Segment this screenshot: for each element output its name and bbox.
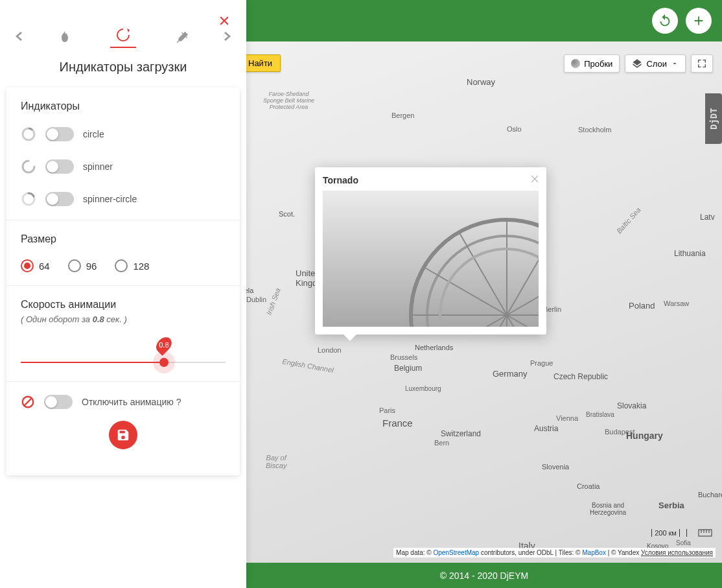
traffic-button[interactable]: Пробки	[564, 54, 620, 73]
city-prague: Prague	[530, 359, 553, 367]
djdt-tab[interactable]: DjDT	[705, 93, 722, 144]
chevron-right-icon	[224, 32, 231, 41]
indicators-title: Индикаторы	[21, 100, 226, 112]
indicator-spinner-circle-label: spinner-circle	[83, 194, 137, 204]
slider-fill	[21, 362, 164, 363]
loading-icon	[115, 27, 131, 43]
find-button[interactable]: Найти	[246, 54, 281, 72]
country-bosnia: Bosnia and Herzegovina	[590, 502, 626, 516]
speed-slider[interactable]: 0.8	[21, 338, 226, 368]
city-bern: Bern	[434, 439, 449, 447]
traffic-label: Пробки	[584, 59, 612, 69]
traffic-icon	[571, 59, 580, 68]
city-paris: Paris	[379, 406, 395, 414]
country-belgium: Belgium	[394, 364, 422, 373]
disable-animation-toggle[interactable]	[44, 395, 73, 409]
city-warsaw: Warsaw	[664, 300, 689, 307]
country-czech: Czech Republic	[553, 372, 608, 381]
save-button[interactable]	[109, 421, 137, 449]
panel-tabs	[0, 27, 246, 48]
settings-card: Индикаторы circle spinner spinner-circle…	[6, 88, 240, 475]
slider-thumb[interactable]	[159, 358, 169, 367]
mapbox-link[interactable]: MapBox	[582, 549, 606, 556]
country-germany: Germany	[493, 369, 527, 379]
spinner-indicator-icon	[21, 159, 36, 174]
country-latvia: Latv	[700, 213, 715, 222]
indicator-spinner-row: spinner	[21, 159, 226, 174]
speed-title: Скорость анимации	[21, 299, 226, 311]
indicator-spinner-circle-row: spinner-circle	[21, 191, 226, 207]
panel-close-button[interactable]	[218, 13, 231, 31]
indicator-circle-toggle[interactable]	[45, 127, 74, 141]
tab-prev-button[interactable]	[12, 28, 26, 47]
radio-icon	[21, 259, 34, 272]
footer: © 2014 - 2020 DjEYM	[246, 563, 722, 588]
tab-loading[interactable]	[110, 27, 136, 48]
circle-indicator-icon	[21, 126, 36, 142]
add-button[interactable]	[686, 8, 712, 34]
layers-button[interactable]: Слои	[625, 54, 686, 73]
scale-label: 200 км	[651, 529, 680, 537]
layers-label: Слои	[646, 59, 667, 69]
speed-section: Скорость анимации ( Один оборот за 0.8 с…	[6, 286, 240, 382]
city-stockholm: Stockholm	[578, 126, 611, 134]
country-lithuania: Lithuania	[674, 249, 706, 258]
undo-button[interactable]	[652, 8, 678, 34]
country-austria: Austria	[534, 424, 558, 433]
size-option-96[interactable]: 96	[68, 259, 97, 272]
panel-title: Индикаторы загрузки	[0, 60, 246, 75]
osm-link[interactable]: OpenStreetMap	[434, 549, 480, 556]
no-animation-icon	[21, 395, 35, 409]
city-brussels: Brussels	[390, 353, 417, 361]
map-top-right-controls: Пробки Слои	[564, 54, 713, 73]
city-bucharest: Bucharest	[698, 491, 722, 499]
app-header	[246, 0, 722, 41]
indicator-spinner-toggle[interactable]	[45, 159, 74, 174]
svg-rect-0	[699, 530, 712, 536]
fire-icon	[59, 30, 71, 45]
country-serbia: Serbia	[658, 500, 684, 510]
undo-icon	[658, 14, 672, 28]
indicator-circle-label: circle	[83, 129, 104, 139]
city-bratislava: Bratislava	[586, 411, 614, 418]
map-area[interactable]: Norway Germany France United Kingdom Pol…	[246, 41, 722, 563]
city-budapest: Budapest	[605, 428, 635, 436]
city-vienna: Vienna	[556, 414, 578, 422]
terms-link[interactable]: Условия использования	[641, 549, 713, 556]
balloon-close-button[interactable]	[530, 172, 540, 187]
sea-faroe: Faroe-Shetland Sponge Belt Marine Protec…	[263, 91, 314, 110]
disable-row: Отключить анимацию ?	[21, 395, 226, 409]
size-title: Размер	[21, 233, 226, 245]
size-radios: 64 96 128	[21, 259, 226, 272]
country-croatia: Croatia	[577, 482, 600, 490]
size-option-128[interactable]: 128	[115, 259, 149, 272]
layers-icon	[632, 58, 642, 69]
indicator-spinner-label: spinner	[83, 161, 113, 172]
plus-icon	[692, 14, 706, 28]
indicator-spinner-circle-toggle[interactable]	[45, 192, 74, 206]
country-ireland: Irela	[246, 287, 253, 294]
panel-header: Индикаторы загрузки	[0, 0, 246, 88]
fullscreen-button[interactable]	[691, 54, 713, 73]
map-balloon: Tornado	[315, 167, 546, 335]
country-norway: Norway	[467, 77, 495, 87]
country-scotland: Scot.	[279, 210, 295, 218]
tab-fire[interactable]	[52, 27, 78, 48]
tab-inject[interactable]	[169, 27, 194, 48]
map-attribution: Map data: © OpenStreetMap contributors, …	[393, 548, 716, 558]
city-dublin: Dublin	[246, 296, 266, 303]
radio-icon	[68, 259, 81, 272]
settings-panel: Индикаторы загрузки Индикаторы circle sp…	[0, 0, 246, 588]
country-poland: Poland	[629, 301, 655, 311]
size-option-64[interactable]: 64	[21, 259, 50, 272]
city-luxembourg: Luxembourg	[405, 385, 441, 392]
svg-line-8	[25, 399, 32, 406]
map-top-controls: Найти	[246, 54, 281, 72]
scale-bar: 200 км	[651, 529, 712, 537]
chevron-down-icon	[671, 60, 679, 67]
svg-point-5	[23, 128, 34, 140]
country-slovenia: Slovenia	[542, 463, 569, 471]
indicator-circle-row: circle	[21, 126, 226, 142]
disable-label: Отключить анимацию ?	[82, 397, 181, 407]
country-slovakia: Slovakia	[617, 401, 646, 410]
